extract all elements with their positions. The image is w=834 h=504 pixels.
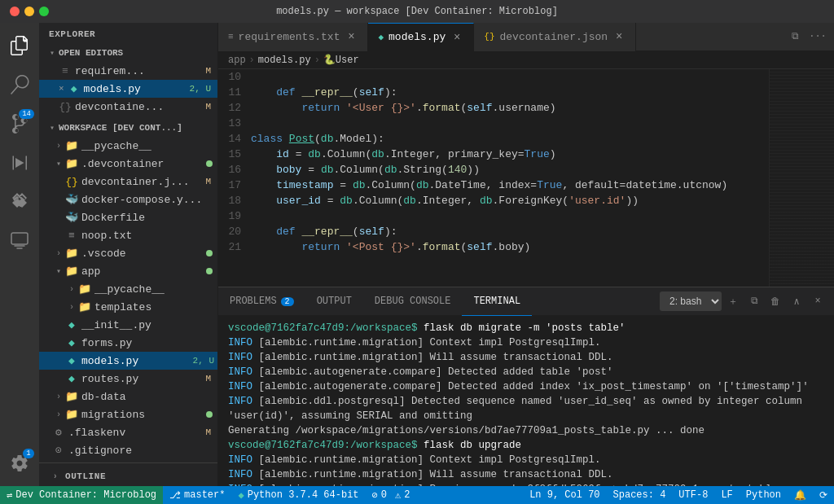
error-count: 0 xyxy=(381,489,387,501)
close-panel-button[interactable]: × xyxy=(808,291,827,311)
tree-init-py[interactable]: ◆ __init__.py xyxy=(39,316,217,334)
breadcrumb-models[interactable]: models.py xyxy=(258,55,311,66)
status-bell[interactable]: 🔔 xyxy=(788,486,813,504)
workspace-header[interactable]: ▾ WORKSPACE [DEV CONT...] xyxy=(39,119,217,137)
folder-icon: 📁 xyxy=(78,300,91,313)
status-spaces[interactable]: Spaces: 4 xyxy=(607,486,673,504)
shell-selector[interactable]: 2: bash xyxy=(660,291,722,311)
terminal-tab-terminal[interactable]: TERMINAL xyxy=(462,287,532,316)
folder-label: templates xyxy=(94,301,217,313)
tab-close-icon[interactable]: × xyxy=(612,30,626,43)
split-terminal-button[interactable]: ⧉ xyxy=(744,291,764,311)
terminal-line: INFO [alembic.runtime.migration] Context… xyxy=(228,453,824,467)
source-control-badge: 14 xyxy=(19,109,34,119)
tree-vscode-folder[interactable]: › 📁 .vscode xyxy=(39,244,217,262)
tree-devcontainer-folder[interactable]: ▾ 📁 .devcontainer xyxy=(39,155,217,173)
info-label: INFO xyxy=(228,337,252,348)
activity-source-control[interactable]: 14 xyxy=(0,104,39,143)
python-icon: ◆ xyxy=(68,82,81,95)
open-editor-devcontainer[interactable]: {} devcontaine... M xyxy=(39,98,217,116)
workspace-label: WORKSPACE [DEV CONT...] xyxy=(59,123,217,133)
window-controls[interactable] xyxy=(10,7,49,16)
terminal-tab-debug-console[interactable]: DEBUG CONSOLE xyxy=(363,287,463,316)
activity-run[interactable] xyxy=(0,143,39,182)
status-line-ending[interactable]: LF xyxy=(714,486,739,504)
status-errors[interactable]: ⊘ 0 ⚠ 2 xyxy=(366,486,417,504)
activity-extensions[interactable] xyxy=(0,182,39,221)
tree-devcontainer-json[interactable]: {} devcontainer.j... M xyxy=(39,173,217,191)
outline-header[interactable]: › OUTLINE xyxy=(39,462,217,486)
breadcrumb-user[interactable]: 🐍User xyxy=(323,54,359,66)
info-label: INFO xyxy=(228,366,252,378)
git-icon: ⊙ xyxy=(52,444,65,457)
status-remote-container[interactable]: ⇌ Dev Container: Microblog xyxy=(0,486,163,504)
terminal-info: [alembic.runtime.migration] Context impl… xyxy=(252,337,601,348)
terminal-prompt: vscode@7162fa7c47d9:/workspace$ xyxy=(228,440,418,451)
file-label: .flaskenv xyxy=(68,427,205,439)
problems-count: 2 xyxy=(281,297,294,306)
tab-label: devcontainer.json xyxy=(499,31,608,43)
status-python[interactable]: ◆ Python 3.7.4 64-bit xyxy=(231,486,365,504)
tree-routes-py[interactable]: ◆ routes.py M xyxy=(39,370,217,388)
minimize-button[interactable] xyxy=(24,7,34,16)
sidebar: EXPLORER ▾ OPEN EDITORS ≡ requirem... M … xyxy=(39,23,218,486)
activity-remote[interactable] xyxy=(0,221,39,261)
open-editor-models[interactable]: × ◆ models.py 2, U xyxy=(39,80,217,98)
status-left: ⇌ Dev Container: Microblog ⎇ master* ◆ P… xyxy=(0,486,416,504)
tab-close-icon[interactable]: × xyxy=(450,31,463,44)
maximize-panel-button[interactable]: ∧ xyxy=(787,291,806,311)
activity-search[interactable] xyxy=(0,65,39,104)
tree-gitignore[interactable]: ⊙ .gitignore xyxy=(39,441,217,459)
tree-migrations[interactable]: › 📁 migrations xyxy=(39,405,217,423)
titlebar: models.py — workspace [Dev Container: Mi… xyxy=(0,0,834,23)
tree-flaskenv[interactable]: ⚙ .flaskenv M xyxy=(39,423,217,441)
tab-devcontainer[interactable]: {} devcontainer.json × xyxy=(474,23,636,51)
file-label: noop.txt xyxy=(81,230,217,242)
terminal-tab-problems[interactable]: PROBLEMS 2 xyxy=(218,287,305,316)
open-editors-section: ▾ OPEN EDITORS ≡ requirem... M × ◆ model… xyxy=(39,42,217,117)
kill-terminal-button[interactable]: 🗑 xyxy=(766,291,785,311)
terminal-tabs: PROBLEMS 2 OUTPUT DEBUG CONSOLE TERMINAL… xyxy=(218,287,834,316)
status-language[interactable]: Python xyxy=(740,486,788,504)
code-line-20: def __repr__(self): xyxy=(251,224,762,239)
tree-forms-py[interactable]: ◆ forms.py xyxy=(39,334,217,352)
tree-noop-txt[interactable]: ≡ noop.txt xyxy=(39,226,217,244)
more-actions-button[interactable]: ··· xyxy=(808,27,827,46)
status-line-col[interactable]: Ln 9, Col 70 xyxy=(523,486,606,504)
code-line-15: id = db.Column(db.Integer, primary_key=T… xyxy=(251,147,762,162)
tree-app-folder[interactable]: ▾ 📁 app xyxy=(39,262,217,280)
terminal-tab-output[interactable]: OUTPUT xyxy=(305,287,363,316)
tree-templates[interactable]: › 📁 templates xyxy=(39,298,217,316)
tree-docker-compose[interactable]: 🐳 docker-compose.y... xyxy=(39,191,217,208)
split-editor-button[interactable]: ⧉ xyxy=(785,27,805,46)
python-icon: ◆ xyxy=(238,489,244,502)
workspace-arrow: ▾ xyxy=(46,121,59,134)
status-branch[interactable]: ⎇ master* xyxy=(163,486,231,504)
tab-requirements[interactable]: ≡ requirements.txt × xyxy=(218,23,368,51)
tree-pycache-root[interactable]: › 📁 __pycache__ xyxy=(39,137,217,155)
activity-settings[interactable]: 1 xyxy=(0,444,39,483)
tree-models-py[interactable]: ◆ models.py 2, U xyxy=(39,352,217,370)
new-terminal-button[interactable]: ＋ xyxy=(723,291,743,311)
tree-app-pycache[interactable]: › 📁 __pycache__ xyxy=(39,280,217,298)
breadcrumb-app[interactable]: app xyxy=(228,55,246,66)
tree-db-data[interactable]: › 📁 db-data xyxy=(39,388,217,405)
tree-dockerfile[interactable]: 🐳 Dockerfile xyxy=(39,208,217,226)
terminal-info: [alembic.runtime.migration] Context impl… xyxy=(252,454,601,466)
folder-label: __pycache__ xyxy=(81,140,217,152)
maximize-button[interactable] xyxy=(39,7,49,16)
tab-models[interactable]: ◆ models.py × xyxy=(368,23,474,51)
status-encoding[interactable]: UTF-8 xyxy=(672,486,714,504)
folder-arrow: › xyxy=(52,408,65,421)
activity-explorer[interactable] xyxy=(0,26,39,65)
yaml-icon: 🐳 xyxy=(65,193,78,206)
code-editor[interactable]: def __repr__(self): return '<User {}>'.f… xyxy=(251,69,769,287)
explorer-header: EXPLORER xyxy=(39,23,217,42)
open-editors-header[interactable]: ▾ OPEN EDITORS xyxy=(39,44,217,62)
terminal-content[interactable]: vscode@7162fa7c47d9:/workspace$ flask db… xyxy=(218,316,834,486)
status-sync[interactable]: ⟳ xyxy=(813,486,834,504)
close-button[interactable] xyxy=(10,7,20,16)
tab-close-icon[interactable]: × xyxy=(345,30,358,43)
open-editor-requirements[interactable]: ≡ requirem... M xyxy=(39,62,217,80)
folder-icon: 📁 xyxy=(78,283,91,296)
